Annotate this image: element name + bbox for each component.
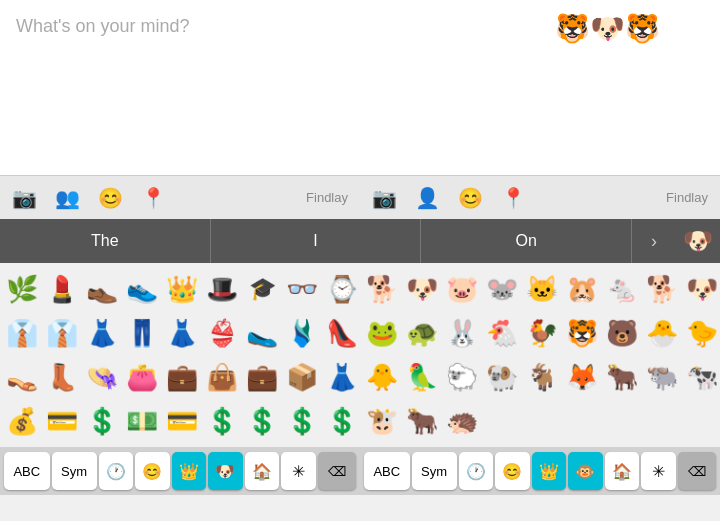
emoji-bunny[interactable]: 🐰 xyxy=(442,311,482,355)
abc-key-right[interactable]: ABC xyxy=(364,452,410,490)
emoji-sign[interactable]: 💲 xyxy=(202,399,242,443)
emoji-dollar2[interactable]: 💵 xyxy=(122,399,162,443)
emoji-shoe2[interactable]: 👡 xyxy=(2,355,42,399)
delete-key-left[interactable]: ⌫ xyxy=(318,452,356,490)
autocomplete-word2[interactable]: I xyxy=(211,219,422,263)
emoji-graduation[interactable]: 🎓 xyxy=(242,267,282,311)
emoji-crown[interactable]: 👑 xyxy=(162,267,202,311)
emoji-sneaker[interactable]: 👟 xyxy=(122,267,162,311)
emoji-bag[interactable]: 💼 xyxy=(162,355,202,399)
emoji-glasses[interactable]: 👓 xyxy=(282,267,322,311)
emoji-chicken[interactable]: 🐓 xyxy=(522,311,562,355)
emoji-card[interactable]: 💳 xyxy=(42,399,82,443)
emoji-frog[interactable]: 🐸 xyxy=(362,311,402,355)
emoji-puppy[interactable]: 🐶 xyxy=(402,267,442,311)
emoji-dress[interactable]: 👗 xyxy=(82,311,122,355)
emoji-icon[interactable]: 😊 xyxy=(98,186,123,210)
emoji-sign3[interactable]: 💲 xyxy=(282,399,322,443)
emoji-leaf[interactable]: 🌿 xyxy=(2,267,42,311)
emoji-skirt[interactable]: 👗 xyxy=(322,355,362,399)
emoji-lipstick[interactable]: 💄 xyxy=(42,267,82,311)
monkey-key-right[interactable]: 🐵 xyxy=(568,452,603,490)
emoji-tiger[interactable]: 🐯 xyxy=(562,311,602,355)
autocomplete-word1[interactable]: The xyxy=(0,219,211,263)
emoji-sign4[interactable]: 💲 xyxy=(322,399,362,443)
emoji-moneybag[interactable]: 💰 xyxy=(2,399,42,443)
person-icon[interactable]: 👤 xyxy=(415,186,440,210)
emoji-heels[interactable]: 👠 xyxy=(322,311,362,355)
crown-key-right[interactable]: 👑 xyxy=(532,452,567,490)
emoji-card2[interactable]: 💳 xyxy=(162,399,202,443)
emoji-shirt[interactable]: 👔 xyxy=(2,311,42,355)
camera-icon-2[interactable]: 📷 xyxy=(372,186,397,210)
emoji-watch[interactable]: ⌚ xyxy=(322,267,362,311)
emoji-ox[interactable]: 🐃 xyxy=(642,355,682,399)
emoji-puppy2[interactable]: 🐶 xyxy=(682,267,720,311)
emoji-sign2[interactable]: 💲 xyxy=(242,399,282,443)
emoji-yak[interactable]: 🐂 xyxy=(402,399,442,443)
emoji-hat[interactable]: 👒 xyxy=(82,355,122,399)
emoji-tophat[interactable]: 🎩 xyxy=(202,267,242,311)
emoji-cow2[interactable]: 🐮 xyxy=(362,399,402,443)
toolbar-right: 📷 👤 😊 📍 Findlay xyxy=(360,175,720,219)
emoji-bull[interactable]: 🐂 xyxy=(602,355,642,399)
asterisk-key-left[interactable]: ✳ xyxy=(281,452,316,490)
emoji-sheep[interactable]: 🐑 xyxy=(442,355,482,399)
sym-key-right[interactable]: Sym xyxy=(412,452,457,490)
emoji-cat[interactable]: 🐱 xyxy=(522,267,562,311)
emoji-shoe[interactable]: 👞 xyxy=(82,267,122,311)
clock-key-right[interactable]: 🕐 xyxy=(459,452,494,490)
emoji-hedgehog[interactable]: 🦔 xyxy=(442,399,482,443)
emoji-bikini2[interactable]: 🩱 xyxy=(282,311,322,355)
abc-key-left[interactable]: ABC xyxy=(4,452,50,490)
location-icon[interactable]: 📍 xyxy=(141,186,166,210)
sym-key-left[interactable]: Sym xyxy=(52,452,97,490)
keyboard-bottom: ABC Sym 🕐 😊 👑 🐶 🏠 ✳ ⌫ ABC Sym 🕐 😊 👑 🐵 🏠 … xyxy=(0,447,720,495)
emoji-ram[interactable]: 🐏 xyxy=(482,355,522,399)
emoji-briefcase[interactable]: 💼 xyxy=(242,355,282,399)
emoji-handbag[interactable]: 👜 xyxy=(202,355,242,399)
text-input-area[interactable]: What's on your mind? 🐯🐶🐯 xyxy=(0,0,720,175)
emoji-rat[interactable]: 🐁 xyxy=(602,267,642,311)
emoji-dress2[interactable]: 👗 xyxy=(162,311,202,355)
emoji-pig[interactable]: 🐷 xyxy=(442,267,482,311)
emoji-chick3[interactable]: 🐥 xyxy=(362,355,402,399)
autocomplete-arrow[interactable]: › xyxy=(632,219,676,263)
autocomplete-word3[interactable]: On xyxy=(421,219,632,263)
camera-icon[interactable]: 📷 xyxy=(12,186,37,210)
emoji-parrot[interactable]: 🦜 xyxy=(402,355,442,399)
emoji-key-left[interactable]: 😊 xyxy=(135,452,170,490)
emoji-boots[interactable]: 👢 xyxy=(42,355,82,399)
dog-key-left[interactable]: 🐶 xyxy=(208,452,243,490)
home-key-left[interactable]: 🏠 xyxy=(245,452,280,490)
emoji-mouse[interactable]: 🐭 xyxy=(482,267,522,311)
emoji-chick2[interactable]: 🐤 xyxy=(682,311,720,355)
emoji-dog2[interactable]: 🐕 xyxy=(642,267,682,311)
emoji-chick[interactable]: 🐣 xyxy=(642,311,682,355)
emoji-bikini[interactable]: 👙 xyxy=(202,311,242,355)
emoji-goat[interactable]: 🐐 xyxy=(522,355,562,399)
crown-key-left[interactable]: 👑 xyxy=(172,452,207,490)
location-icon-2[interactable]: 📍 xyxy=(501,186,526,210)
emoji-dog[interactable]: 🐕 xyxy=(362,267,402,311)
emoji-hamster[interactable]: 🐹 xyxy=(562,267,602,311)
clock-key-left[interactable]: 🕐 xyxy=(99,452,134,490)
emoji-sandal[interactable]: 🥿 xyxy=(242,311,282,355)
delete-key-right[interactable]: ⌫ xyxy=(678,452,716,490)
emoji-dollar[interactable]: 💲 xyxy=(82,399,122,443)
emoji-jeans[interactable]: 👖 xyxy=(122,311,162,355)
emoji-tie[interactable]: 👔 xyxy=(42,311,82,355)
emoji-rooster[interactable]: 🐔 xyxy=(482,311,522,355)
home-key-right[interactable]: 🏠 xyxy=(605,452,640,490)
emoji-cow[interactable]: 🐄 xyxy=(682,355,720,399)
emoji-key-right[interactable]: 😊 xyxy=(495,452,530,490)
autocomplete-emoji[interactable]: 🐶 xyxy=(676,219,720,263)
emoji-turtle[interactable]: 🐢 xyxy=(402,311,442,355)
asterisk-key-right[interactable]: ✳ xyxy=(641,452,676,490)
emoji-gift[interactable]: 📦 xyxy=(282,355,322,399)
emoji-bear[interactable]: 🐻 xyxy=(602,311,642,355)
emoji-fox[interactable]: 🦊 xyxy=(562,355,602,399)
people-icon[interactable]: 👥 xyxy=(55,186,80,210)
emoji-icon-2[interactable]: 😊 xyxy=(458,186,483,210)
emoji-purse[interactable]: 👛 xyxy=(122,355,162,399)
